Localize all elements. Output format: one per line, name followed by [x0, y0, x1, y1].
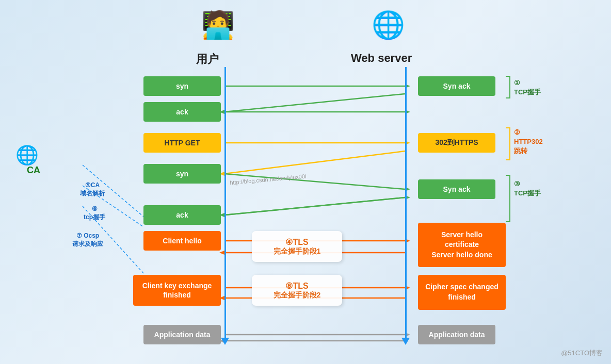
svg-line-12 [224, 197, 405, 215]
server-timeline-arrow [401, 338, 410, 345]
svg-line-8 [224, 151, 405, 174]
serverhello-box: Server hellocertificateServer hello done [418, 223, 506, 267]
syn1-box: syn [143, 76, 221, 96]
tcp-handshake-label: ⑥tcp握手 [84, 205, 105, 221]
svg-line-14 [224, 197, 405, 215]
svg-marker-19 [219, 251, 224, 255]
tls-phase2-bubble: ⑧TLS 完全握手阶段2 [252, 275, 342, 306]
ack2-box: ack [143, 205, 221, 225]
svg-line-2 [224, 94, 405, 112]
redirect-box: 302到HTTPS [418, 133, 495, 153]
appdata2-box: Application data [418, 325, 495, 344]
httpget-box: HTTP GET [143, 133, 221, 153]
user-timeline [224, 67, 226, 340]
synack1-box: Syn ack [418, 76, 495, 96]
cipherspec-box: Cipher spec changedfinished [418, 275, 506, 310]
tcp-handshake2-label: ③TCP握手 [514, 179, 541, 198]
synack2-box: Syn ack [418, 179, 495, 199]
clientkey-box: Client key exchangefinished [133, 275, 221, 306]
clienthello-box: Client hello [143, 231, 221, 251]
user-timeline-arrow [221, 338, 229, 345]
http-url: http://blog.csdn.net/andylux00i [230, 173, 307, 186]
user-icon: 🧑‍💻 [201, 9, 235, 41]
server-icon: 🌐 [372, 9, 405, 41]
appdata1-box: Application data [143, 325, 221, 344]
tls-phase1-bubble: ④TLS 完全握手阶段1 [252, 231, 342, 262]
http302-label: ②HTTP302跳转 [514, 128, 543, 156]
title-user: 用户 [196, 52, 219, 67]
ocsp-label: ⑦ Ocsp请求及响应 [72, 232, 103, 248]
ca-icon: 🌐 [15, 144, 39, 166]
ack1-box: ack [143, 102, 221, 122]
syn2-box: syn [143, 164, 221, 184]
ca-domain-label: ⑤CA域名解析 [80, 181, 105, 197]
server-timeline [405, 67, 407, 340]
title-server: Web server [351, 52, 412, 65]
ca-label: CA [27, 165, 40, 176]
watermark: @51CTO博客 [561, 349, 603, 358]
tcp-handshake1-label: ①TCP握手 [514, 78, 541, 97]
